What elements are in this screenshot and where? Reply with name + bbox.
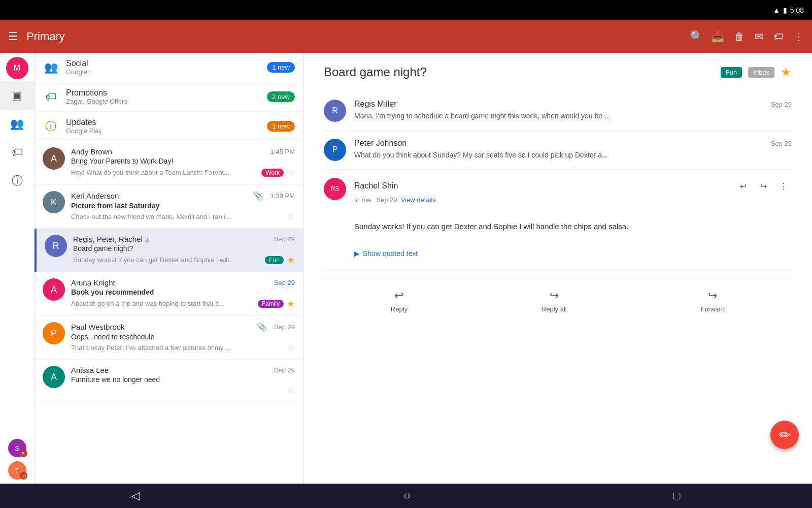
back-button[interactable]: ◁: [131, 489, 140, 502]
star-anissa[interactable]: ☆: [287, 385, 295, 396]
time-paul: Sep 29: [274, 323, 295, 331]
email-item-andy[interactable]: A Andy Brown 1:45 PM Bring Your Parents …: [35, 141, 303, 185]
email-item-paul[interactable]: P Paul Westbrook 📎 Sep 29 Oops...need to…: [35, 316, 303, 360]
time-andy: 1:45 PM: [270, 148, 295, 155]
msg-meta-rachel: to me Sep 29 View details: [354, 196, 792, 204]
star-paul[interactable]: ☆: [287, 342, 295, 353]
main-layout: M ▣ 👥 🏷 ⓘ S 5 T 10 👥: [0, 53, 812, 484]
attachment-icon-keri: 📎: [253, 191, 263, 201]
subject-regis-thread: Board game night?: [73, 244, 295, 252]
tag-fun-regis: Fun: [265, 256, 284, 264]
avatar-regis-msg: R: [324, 100, 346, 122]
preview-andy: Hey! What do you think about a Team Lunc…: [71, 169, 229, 176]
tag-family-aruna: Family: [258, 300, 284, 308]
email-item-anissa[interactable]: A Anissa Lee Sep 29 Furniture we no long…: [35, 360, 303, 402]
delete-button[interactable]: 🗑: [734, 31, 745, 43]
detail-tag-fun[interactable]: Fun: [721, 67, 742, 78]
email-item-keri[interactable]: K Keri Anderson 📎 1:39 PM Picture from l…: [35, 185, 303, 229]
more-button[interactable]: ⋮: [794, 30, 804, 43]
sidebar-item-people[interactable]: 👥: [0, 110, 34, 138]
subject-paul: Oops...need to reschedule: [71, 333, 295, 341]
email-list: 👥 Social Google+ 1 new 🏷 Promotions Zaga…: [35, 53, 303, 484]
more-inline-button[interactable]: ⋮: [775, 178, 792, 194]
star-aruna[interactable]: ★: [287, 298, 295, 309]
status-icons: ▲ ▮ 5:08: [773, 6, 804, 14]
label-button[interactable]: 🏷: [773, 31, 784, 43]
msg-preview-regis: Maria, I'm trying to schedule a board ga…: [354, 111, 792, 121]
bottom-nav: ◁ ○ □: [0, 484, 812, 508]
message-thread: R Regis Miller Sep 29 Maria, I'm trying …: [324, 91, 792, 270]
avatar-group-1[interactable]: S 5: [8, 439, 26, 457]
avatar-group-2[interactable]: T 10: [8, 461, 26, 480]
social-badge: 1 new: [267, 62, 295, 73]
time-keri: 1:39 PM: [270, 192, 295, 200]
user-avatar[interactable]: M: [6, 57, 28, 79]
forward-button[interactable]: ↪ Forward: [700, 289, 725, 313]
msg-preview-peter: What do you think about Sunday? My car s…: [354, 150, 792, 161]
tag-work-andy: Work: [261, 169, 284, 177]
subject-aruna: Book you recommended: [71, 288, 295, 296]
msg-date-peter: Sep 29: [771, 140, 792, 147]
archive-button[interactable]: 📥: [712, 30, 724, 43]
star-regis-thread[interactable]: ★: [287, 255, 295, 266]
compose-button[interactable]: ✏: [770, 421, 799, 449]
avatar-regis-thread: R: [45, 235, 67, 257]
sidebar-item-inbox[interactable]: ▣: [0, 81, 34, 110]
detail-tag-inbox[interactable]: Inbox: [748, 67, 774, 78]
subject-andy: Bring Your Parents to Work Day!: [71, 157, 295, 165]
show-quoted-button[interactable]: ▶ Show quoted text: [324, 245, 792, 262]
avatar-peter-msg: P: [324, 139, 346, 161]
time: 5:08: [790, 6, 804, 14]
tags-icon: 🏷: [12, 146, 23, 159]
info-icon: ⓘ: [12, 173, 23, 188]
promotions-sub: Zagat, Google Offers: [66, 98, 260, 105]
preview-keri: Check out the new friend we made, Merril…: [71, 213, 233, 220]
detail-title: Board game night?: [324, 65, 715, 79]
reply-all-icon: ↪: [550, 289, 559, 302]
sidebar-item-info[interactable]: ⓘ: [0, 167, 34, 195]
avatar-anissa: A: [43, 366, 65, 388]
compose-icon: ✏: [779, 427, 791, 443]
message-item-regis[interactable]: R Regis Miller Sep 29 Maria, I'm trying …: [324, 91, 792, 131]
message-item-rachel: RS Rachel Shin ↩ ↪ ⋮ to me S: [324, 170, 792, 270]
msg-body-rachel: Sunday works! If you can get Dexter and …: [324, 212, 792, 237]
recent-button[interactable]: □: [673, 489, 680, 502]
nav-icons: M ▣ 👥 🏷 ⓘ S 5 T 10: [0, 53, 35, 484]
sender-regis-thread: Regis, Peter, Rachel 3: [73, 235, 149, 243]
view-details-link[interactable]: View details: [401, 196, 436, 204]
avatar-andy: A: [43, 147, 65, 170]
email-detail: Board game night? Fun Inbox ★ R Regis Mi…: [303, 53, 812, 484]
avatar-aruna: A: [43, 278, 65, 301]
sidebar-item-tags[interactable]: 🏷: [0, 138, 34, 167]
inbox-icon: ▣: [12, 89, 22, 102]
sender-keri: Keri Anderson: [71, 192, 119, 200]
reply-all-button[interactable]: ↪ Reply all: [542, 289, 567, 313]
reply-button[interactable]: ↩ Reply: [391, 289, 408, 313]
reply-inline-button[interactable]: ↩: [735, 178, 751, 194]
detail-star[interactable]: ★: [781, 65, 792, 79]
battery-icon: ▮: [783, 6, 787, 14]
star-keri[interactable]: ☆: [287, 211, 295, 222]
msg-sender-regis: Regis Miller: [354, 100, 397, 109]
forward-icon: ↪: [708, 289, 717, 302]
email-item-aruna[interactable]: A Aruna Knight Sep 29 Book you recommend…: [35, 272, 303, 316]
time-anissa: Sep 29: [274, 366, 295, 374]
message-item-peter[interactable]: P Peter Johnson Sep 29 What do you think…: [324, 131, 792, 170]
category-social[interactable]: 👥 Social Google+ 1 new: [35, 53, 303, 82]
wifi-icon: ▲: [773, 6, 780, 14]
menu-button[interactable]: ☰: [8, 30, 18, 43]
search-button[interactable]: 🔍: [690, 30, 703, 43]
avatar-paul: P: [43, 322, 65, 344]
subject-keri: Picture from last Saturday: [71, 202, 295, 210]
category-updates[interactable]: ⓘ Updates Google Play 1 new: [35, 112, 303, 141]
time-aruna: Sep 29: [274, 279, 295, 287]
updates-badge: 1 new: [267, 121, 295, 132]
home-button[interactable]: ○: [403, 489, 410, 502]
category-promotions[interactable]: 🏷 Promotions Zagat, Google Offers 2 new: [35, 82, 303, 112]
forward-inline-button[interactable]: ↪: [755, 178, 771, 194]
email-item-regis-thread[interactable]: R Regis, Peter, Rachel 3 Sep 29 Board ga…: [35, 229, 303, 272]
updates-sub: Google Play: [66, 127, 260, 135]
star-andy[interactable]: ☆: [287, 167, 295, 178]
promotions-icon: 🏷: [43, 90, 59, 104]
mail-button[interactable]: ✉: [755, 30, 763, 43]
